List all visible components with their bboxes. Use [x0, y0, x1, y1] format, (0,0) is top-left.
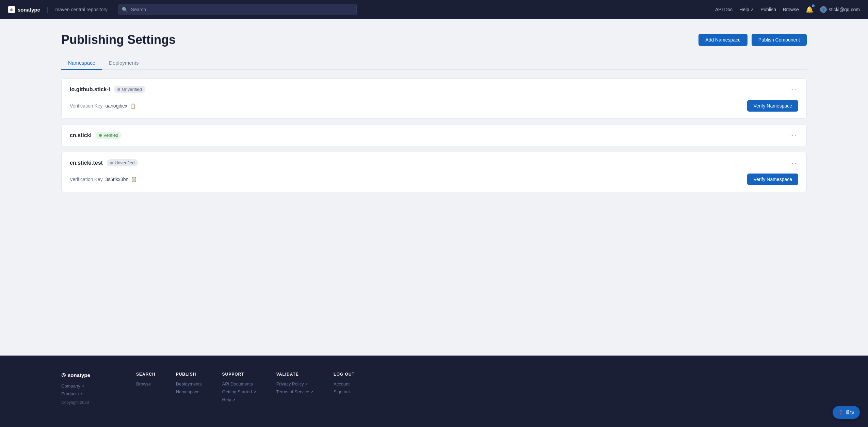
- nav-publish[interactable]: Publish: [760, 7, 776, 12]
- verify-namespace-button[interactable]: Verify Namespace: [747, 100, 798, 112]
- namespace-header: cn.sticki Verified ···: [62, 125, 806, 146]
- footer-privacy-link[interactable]: Privacy Policy ↗: [276, 381, 313, 387]
- namespace-header: cn.sticki.test Unverified ···: [62, 152, 806, 174]
- brand-divider: |: [47, 6, 49, 13]
- feedback-icon: ❓: [838, 410, 843, 415]
- namespace-header: io.github.stick-i Unverified ···: [62, 79, 806, 100]
- namespace-list: io.github.stick-i Unverified ··· Verific…: [61, 78, 807, 192]
- footer-col-support: SUPPORT API Documents Getting Started ↗ …: [222, 372, 256, 405]
- status-dot: [110, 162, 113, 164]
- tabs: Namespace Deployments: [61, 56, 807, 70]
- user-menu[interactable]: 👤 sticki@qq.com: [820, 6, 860, 13]
- footer-col-logout: LOG OUT Account Sign out: [334, 372, 355, 405]
- verification-key: Verification Key uariogjbex 📋: [70, 103, 136, 109]
- feedback-label: 反馈: [846, 409, 854, 415]
- search-input[interactable]: [118, 4, 357, 15]
- footer-col-publish: PUBLISH Deployments Namespace: [176, 372, 202, 405]
- nav-api-doc[interactable]: API Doc: [715, 7, 733, 12]
- feedback-button[interactable]: ❓ 反馈: [833, 406, 860, 419]
- nav-browse[interactable]: Browse: [783, 7, 799, 12]
- status-badge: Unverified: [114, 86, 145, 93]
- footer-account-link[interactable]: Account: [334, 381, 355, 387]
- footer-products-link[interactable]: Products ↗: [61, 391, 116, 396]
- main-content: Publishing Settings Add Namespace Publis…: [0, 19, 868, 356]
- notification-badge: [812, 4, 815, 7]
- navbar-links: API Doc Help ↗ Publish Browse 🔔 👤 sticki…: [715, 6, 860, 13]
- copy-key-icon[interactable]: 📋: [131, 177, 137, 182]
- verification-key: Verification Key 3s5rikx3bn 📋: [70, 177, 137, 182]
- status-badge: Unverified: [107, 159, 138, 166]
- publish-component-button[interactable]: Publish Component: [752, 34, 807, 46]
- footer-company-link[interactable]: Company ↗: [61, 383, 116, 389]
- footer-signout-link[interactable]: Sign out: [334, 389, 355, 394]
- footer-grid: ◎ sonatype Company ↗ Products ↗ Copyrigh…: [61, 372, 807, 405]
- verify-namespace-button[interactable]: Verify Namespace: [747, 174, 798, 185]
- footer-brand-col: ◎ sonatype Company ↗ Products ↗ Copyrigh…: [61, 372, 116, 405]
- footer-tos-link[interactable]: Terms of Service ↗: [276, 389, 313, 394]
- brand-logo[interactable]: ◎ sonatype: [8, 6, 40, 13]
- more-options-button[interactable]: ···: [788, 159, 798, 167]
- namespace-name: cn.sticki: [70, 132, 92, 138]
- namespace-name-row: cn.sticki.test Unverified: [70, 159, 138, 166]
- footer-brand: ◎ sonatype: [61, 372, 109, 378]
- footer-logo-icon: ◎: [61, 372, 66, 378]
- copy-key-icon[interactable]: 📋: [130, 103, 136, 109]
- namespace-card: cn.sticki.test Unverified ··· Verificati…: [61, 152, 807, 192]
- page-title: Publishing Settings: [61, 33, 176, 47]
- footer-help-link[interactable]: Help ↗: [222, 397, 256, 402]
- footer-api-docs-link[interactable]: API Documents: [222, 381, 256, 387]
- avatar: 👤: [820, 6, 827, 13]
- sonatype-logo-icon: ◎: [8, 6, 15, 13]
- namespace-name-row: io.github.stick-i Unverified: [70, 86, 145, 93]
- footer-col-validate: VALIDATE Privacy Policy ↗ Terms of Servi…: [276, 372, 313, 405]
- search-container: 🔍: [118, 4, 357, 15]
- tab-namespace[interactable]: Namespace: [61, 56, 102, 70]
- namespace-card: io.github.stick-i Unverified ··· Verific…: [61, 78, 807, 119]
- status-dot: [99, 134, 102, 137]
- notifications-bell[interactable]: 🔔: [806, 6, 813, 13]
- footer-copyright: Copyright 2023: [61, 400, 89, 405]
- namespace-body: Verification Key uariogjbex 📋 Verify Nam…: [62, 100, 806, 118]
- footer-browse-link[interactable]: Browse: [136, 381, 156, 387]
- footer-deployments-link[interactable]: Deployments: [176, 381, 202, 387]
- header-actions: Add Namespace Publish Component: [698, 34, 807, 46]
- namespace-card: cn.sticki Verified ···: [61, 124, 807, 146]
- navbar-subtitle: maven central repository: [55, 7, 108, 12]
- footer: ◎ sonatype Company ↗ Products ↗ Copyrigh…: [0, 356, 868, 427]
- user-email: sticki@qq.com: [829, 7, 860, 12]
- namespace-name: cn.sticki.test: [70, 160, 103, 166]
- help-external-icon: ↗: [751, 7, 754, 12]
- more-options-button[interactable]: ···: [788, 85, 798, 93]
- navbar: ◎ sonatype | maven central repository 🔍 …: [0, 0, 868, 19]
- add-namespace-button[interactable]: Add Namespace: [698, 34, 748, 46]
- search-icon: 🔍: [122, 7, 128, 12]
- nav-help[interactable]: Help ↗: [739, 7, 754, 12]
- namespace-name: io.github.stick-i: [70, 86, 110, 93]
- footer-getting-started-link[interactable]: Getting Started ↗: [222, 389, 256, 394]
- namespace-body: Verification Key 3s5rikx3bn 📋 Verify Nam…: [62, 174, 806, 192]
- namespace-name-row: cn.sticki Verified: [70, 132, 122, 139]
- footer-col-search: SEARCH Browse: [136, 372, 156, 405]
- status-badge: Verified: [96, 132, 122, 139]
- status-dot: [117, 88, 120, 91]
- page-header: Publishing Settings Add Namespace Publis…: [61, 33, 807, 47]
- tab-deployments[interactable]: Deployments: [102, 56, 146, 70]
- more-options-button[interactable]: ···: [788, 131, 798, 139]
- footer-namespace-link[interactable]: Namespace: [176, 389, 202, 394]
- brand-name: sonatype: [18, 7, 40, 13]
